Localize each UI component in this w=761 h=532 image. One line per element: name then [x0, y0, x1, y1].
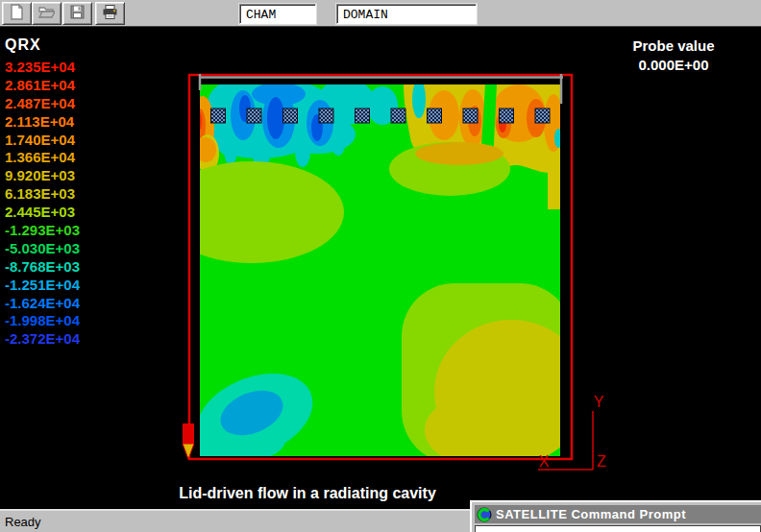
- monitor-marker: [500, 109, 514, 123]
- monitor-marker: [463, 109, 478, 123]
- axis-label-z: Z: [597, 453, 606, 470]
- monitor-marker: [283, 109, 298, 123]
- satellite-command-prompt-window[interactable]: SATELLITE Command Prompt: [470, 500, 761, 532]
- cham-input[interactable]: [239, 4, 316, 24]
- axis-label-y: Y: [594, 394, 604, 410]
- monitor-marker: [247, 109, 261, 123]
- status-text: Ready: [5, 515, 41, 529]
- satellite-title-text: SATELLITE Command Prompt: [496, 507, 686, 521]
- probe-marker[interactable]: [183, 423, 194, 459]
- monitor-marker: [211, 109, 226, 123]
- monitor-marker: [535, 109, 550, 123]
- graphics-area: QRX 3.235E+042.861E+042.487E+042.113E+04…: [0, 27, 761, 509]
- monitor-marker: [391, 109, 405, 123]
- save-floppy-icon: [69, 4, 86, 24]
- satellite-title-bar[interactable]: SATELLITE Command Prompt: [475, 505, 761, 523]
- new-page-icon: [9, 4, 25, 24]
- application-window: QRX 3.235E+042.861E+042.487E+042.113E+04…: [0, 0, 761, 532]
- open-button[interactable]: [32, 2, 61, 25]
- domain-input[interactable]: [336, 4, 477, 24]
- phoenics-logo-icon: [477, 507, 492, 522]
- monitor-marker: [428, 109, 442, 123]
- save-button[interactable]: [62, 2, 92, 25]
- printer-icon: [102, 4, 118, 24]
- toolbar: [0, 0, 761, 27]
- satellite-client-area[interactable]: [475, 525, 761, 532]
- monitor-marker: [319, 109, 333, 123]
- monitor-marker: [356, 109, 370, 123]
- contour-plot-canvas[interactable]: Y X Z: [0, 27, 761, 509]
- print-button[interactable]: [95, 2, 125, 25]
- contour-field: [160, 79, 588, 474]
- open-folder-icon: [38, 4, 55, 24]
- new-button[interactable]: [2, 2, 32, 25]
- axis-label-x: X: [539, 453, 550, 470]
